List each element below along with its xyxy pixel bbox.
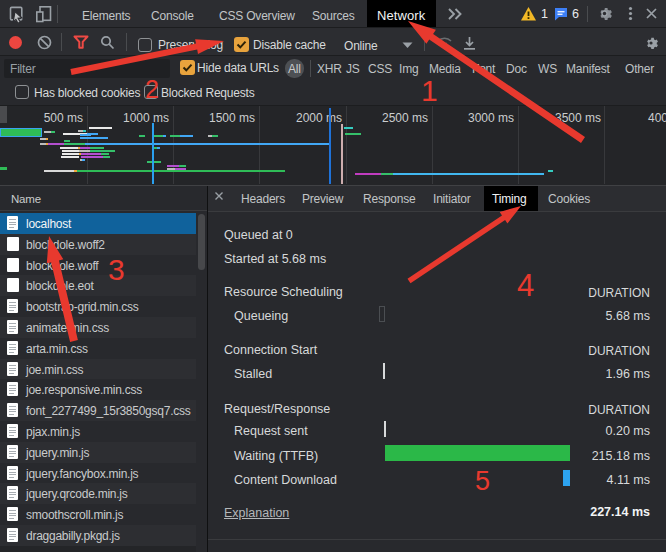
- svg-text:1: 1: [421, 74, 438, 107]
- svg-text:5: 5: [475, 466, 490, 496]
- svg-text:3: 3: [108, 253, 125, 286]
- svg-text:4: 4: [517, 268, 534, 303]
- svg-text:2: 2: [145, 75, 159, 103]
